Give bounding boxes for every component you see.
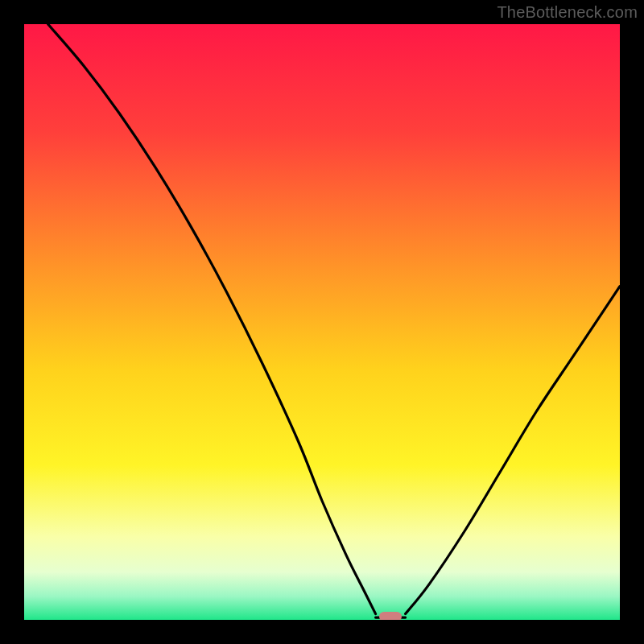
gradient-background [24,24,620,620]
watermark-text: TheBottleneck.com [497,3,638,22]
frame-bottom [0,620,644,644]
frame-right [620,0,644,644]
optimum-marker [379,612,402,620]
chart-svg [24,24,620,620]
chart-plot-area [24,24,620,620]
frame-left [0,0,24,644]
